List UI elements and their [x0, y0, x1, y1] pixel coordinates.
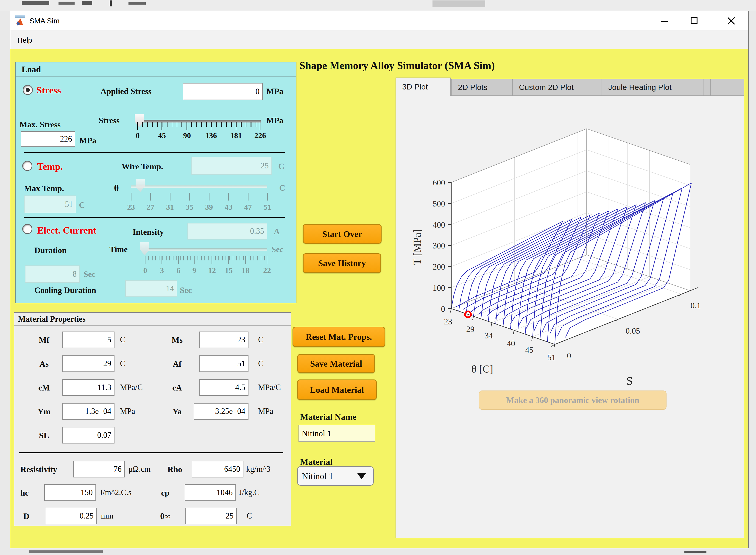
prop-label: Ms [161, 335, 193, 345]
prop-label: Ya [161, 407, 193, 417]
rotate-view-button[interactable]: Make a 360 panoramic view rotation [479, 390, 667, 410]
prop-input[interactable] [199, 379, 249, 396]
menu-item-help[interactable]: Help [15, 35, 34, 45]
theta-tick-label: 29 [466, 325, 474, 334]
tab-joule-heating-plot[interactable]: Joule Heating Plot [601, 79, 704, 95]
elect-current-radio[interactable] [22, 224, 32, 234]
prop-input[interactable] [199, 355, 249, 372]
tab-custom-2d-plot[interactable]: Custom 2D Plot [512, 79, 602, 95]
ruler-major-tick [248, 193, 249, 201]
ruler-major-tick [186, 122, 187, 130]
prop-input[interactable] [62, 332, 115, 348]
prop-input[interactable] [185, 508, 237, 524]
minimize-icon [661, 21, 668, 22]
material-title-separator [14, 325, 291, 326]
prop-input[interactable] [62, 355, 115, 372]
t-tick-label: 100 [433, 283, 445, 293]
save-material-button[interactable]: Save Material [297, 354, 375, 373]
screen: SMA Sim Help Load Stress [0, 0, 756, 555]
ruler-label: 22 [263, 266, 271, 275]
material-dropdown[interactable]: Nitinol 1 [297, 466, 374, 486]
tab-label: Joule Heating Plot [608, 83, 672, 92]
ruler-major-tick [267, 193, 268, 201]
temp-radio[interactable] [22, 161, 32, 171]
start-over-button[interactable]: Start Over [303, 224, 382, 244]
background-artifact [684, 551, 707, 553]
max-stress-input[interactable] [21, 131, 75, 147]
prop-input[interactable] [199, 332, 249, 348]
app-icon-titlebar [15, 15, 25, 18]
reset-mat-props-button[interactable]: Reset Mat. Props. [293, 327, 385, 347]
theta-tick-label: 34 [485, 331, 493, 340]
prop-input[interactable] [44, 484, 96, 501]
ruler-major-tick [194, 256, 195, 264]
theta-label: θ [114, 183, 119, 194]
ruler-label: 47 [244, 203, 252, 212]
ruler-major-tick [189, 193, 190, 201]
ruler-label: 12 [208, 266, 216, 275]
title-bar[interactable]: SMA Sim [10, 11, 748, 30]
minimize-button[interactable] [649, 11, 679, 30]
prop-label: D [24, 511, 29, 521]
prop-unit: MPa [258, 407, 273, 416]
tab-3d-plot[interactable]: 3D Plot [395, 78, 451, 96]
s-tick-label: 0.05 [626, 326, 640, 335]
temp-slider-track [131, 185, 267, 188]
background-artifact [128, 2, 146, 5]
save-history-button[interactable]: Save History [303, 253, 381, 273]
background-artifact [82, 1, 92, 5]
load-title-separator [15, 76, 296, 77]
stress-radio-label: Stress [37, 85, 61, 96]
load-panel: Load Stress Applied Stress MPa Stress MP… [15, 62, 296, 303]
prop-input[interactable] [73, 461, 125, 477]
prop-input[interactable] [194, 403, 249, 420]
ruler-label: 35 [185, 203, 194, 212]
separator [24, 152, 285, 153]
ruler-major-tick [260, 122, 260, 130]
prop-unit: C [120, 359, 125, 368]
ruler-label: 3 [160, 266, 164, 275]
prop-input[interactable] [46, 508, 97, 524]
applied-stress-input[interactable] [183, 83, 263, 100]
prop-label: Ym [28, 407, 60, 417]
material-name-input[interactable] [298, 425, 375, 442]
prop-label: Af [161, 359, 193, 369]
intensity-input [187, 223, 267, 240]
prop-label: cM [28, 383, 60, 392]
prop-unit: C [258, 335, 263, 344]
t-tick-label: 400 [433, 220, 445, 229]
prop-input[interactable] [62, 403, 115, 420]
ruler-major-tick [162, 122, 162, 130]
background-artifact [58, 2, 75, 5]
maximize-button[interactable] [679, 11, 709, 30]
menu-bar: Help [10, 30, 748, 49]
stress-ruler-minor-ticks [137, 122, 260, 127]
applied-stress-unit: MPa [266, 86, 283, 96]
ruler-label: 27 [146, 203, 155, 212]
prop-input[interactable] [185, 484, 236, 501]
prop-label: cA [161, 383, 193, 392]
theta-tick-label: 51 [547, 353, 556, 362]
t-axis-label: T [MPa] [411, 229, 423, 265]
ruler-label: 181 [230, 131, 242, 140]
ruler-major-tick [266, 256, 267, 264]
t-tick-label: 300 [433, 241, 445, 250]
maximize-icon [690, 17, 698, 24]
prop-input[interactable] [62, 427, 115, 443]
prop-input[interactable] [62, 379, 115, 396]
theta-axis-label: θ [C] [471, 363, 493, 375]
s-tick-label: 0 [567, 351, 571, 360]
ruler-major-tick [145, 256, 145, 264]
prop-unit: J/kg.C [239, 488, 259, 497]
close-button[interactable] [709, 11, 748, 30]
3d-plot-canvas[interactable]: 0 100 200 300 400 500 600 23 29 34 40 45… [398, 96, 744, 537]
ruler-label: 0 [136, 131, 140, 140]
ruler-label: 226 [254, 131, 266, 140]
close-icon [727, 16, 736, 25]
prop-label: hc [20, 488, 29, 498]
load-material-button[interactable]: Load Material [297, 380, 377, 400]
prop-input[interactable] [192, 461, 244, 477]
tab-2d-plots[interactable]: 2D Plots [451, 79, 513, 95]
stress-radio[interactable] [23, 85, 33, 95]
prop-unit: C [120, 335, 125, 344]
